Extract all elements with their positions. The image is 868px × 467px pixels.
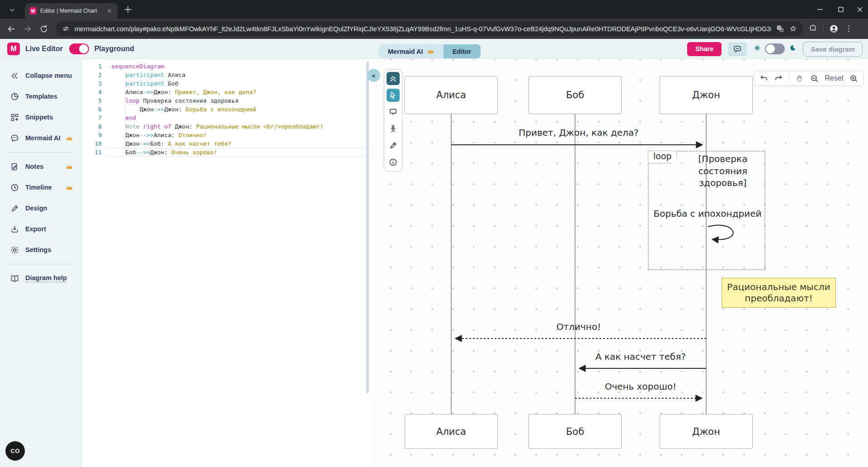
browser-menu-icon[interactable] [844, 24, 854, 33]
diagram-panel[interactable]: loop [Проверка состояния здоровья] Рацио… [372, 59, 868, 467]
code-token: end [125, 114, 136, 121]
sidebar-item-collapse-menu[interactable]: Collapse menu [0, 65, 81, 86]
sidebar-item-export[interactable]: Export [0, 219, 81, 239]
profile-avatar[interactable] [829, 24, 839, 33]
canvas-toolbar [384, 69, 402, 172]
window-minimize-button[interactable] [815, 4, 826, 15]
message-label: А как насчет тебя? [595, 351, 686, 362]
window-close-button[interactable] [854, 4, 865, 15]
co-badge[interactable]: CO [5, 441, 25, 461]
code-token [111, 140, 125, 147]
mermaid-logo-icon: M [7, 43, 20, 55]
code-editor[interactable]: 1sequenceDiagram2 participant Алиса3 par… [82, 59, 372, 467]
extensions-icon[interactable] [808, 24, 818, 33]
code-line-10[interactable]: 10 Джон->>Боб: А как насчет тебя? [82, 139, 372, 148]
select-tool-button[interactable] [387, 89, 400, 102]
editor-scrollbar[interactable] [366, 62, 369, 393]
bookmark-star-icon[interactable] [789, 24, 797, 33]
code-token: Джон [125, 132, 139, 138]
indent-guide [125, 71, 126, 79]
code-token: Борьба с ипохондрией [185, 106, 256, 113]
whiteboard-icon [388, 107, 398, 117]
url-bar[interactable]: mermaidchart.com/play#pako:eNptkMFOwkAYh… [56, 21, 803, 36]
sidebar-divider [7, 152, 74, 152]
code-line-4[interactable]: 4 Алиса->>Джон: Привет, Джон, как дела? [82, 88, 372, 96]
zoom-in-button[interactable] [849, 74, 859, 83]
tab-close-icon[interactable] [106, 7, 113, 14]
indent-guide [125, 96, 126, 105]
zoom-out-button[interactable] [810, 74, 819, 83]
code-token [111, 114, 125, 121]
indent-guide [140, 105, 140, 114]
browser-tab[interactable]: M Editor | Mermaid Chart [25, 3, 118, 19]
code-token: Алиса: [154, 132, 175, 138]
info-button[interactable] [387, 156, 400, 169]
site-settings-icon[interactable] [61, 24, 70, 33]
feedback-chat-button[interactable] [728, 42, 747, 56]
code-token: Отлично! [179, 132, 207, 138]
templates-icon [10, 92, 19, 101]
code-line-11[interactable]: 11 Боб-->>Джон: Очень хорошо! [82, 148, 372, 157]
sidebar-item-notes[interactable]: Notes [0, 156, 81, 177]
code-line-3[interactable]: 3 participant Боб [82, 79, 372, 88]
code-line-9[interactable]: 9 Джон-->>Алиса: Отлично! [82, 131, 372, 139]
code-token: Привет, Джон, как дела? [175, 89, 256, 95]
reload-button[interactable] [39, 24, 49, 34]
collapse-editor-button[interactable]: « [367, 69, 380, 82]
dark-mode-toggle[interactable] [765, 43, 785, 54]
actor-top-0[interactable]: Алиса [405, 76, 498, 114]
sidebar-item-label: Diagram help [25, 274, 67, 282]
redo-button[interactable] [774, 74, 783, 83]
indent-guide [125, 105, 126, 114]
tab-editor[interactable]: Editor [443, 44, 481, 58]
actor-bottom-1[interactable]: Боб [528, 414, 622, 449]
code-token: Боб: [150, 140, 164, 147]
sidebar-item-label: Export [25, 225, 46, 233]
code-line-5[interactable]: 5 loop Проверка состояния здоровья [82, 96, 372, 105]
code-token: Джон: [154, 89, 171, 95]
back-button[interactable] [6, 24, 16, 34]
tab-label: Mermaid AI [388, 48, 423, 55]
actor-top-2[interactable]: Джон [660, 76, 753, 114]
actor-top-1[interactable]: Боб [528, 76, 622, 114]
undo-button[interactable] [759, 74, 769, 83]
tab-mermaid-ai[interactable]: Mermaid AI [379, 44, 443, 58]
forward-button[interactable] [23, 24, 33, 34]
sidebar-item-settings[interactable]: Settings [0, 239, 81, 260]
pan-tool-button[interactable] [795, 74, 804, 83]
code-line-8[interactable]: 8 Note right of Джон: Рациональные мысли… [82, 122, 372, 131]
share-button[interactable]: Share [687, 42, 722, 56]
browser-tabbar: M Editor | Mermaid Chart [0, 0, 868, 19]
actor-bottom-0[interactable]: Алиса [405, 414, 498, 449]
sidebar-item-diagram-help[interactable]: Diagram help [0, 268, 81, 289]
code-token: Note [125, 123, 139, 130]
code-line-6[interactable]: 6 Джон->>Джон: Борьба с ипохондрией [82, 105, 372, 114]
code-line-7[interactable]: 7 end [82, 114, 372, 122]
window-maximize-button[interactable] [835, 4, 846, 15]
reset-zoom-button[interactable]: Reset [825, 74, 844, 82]
code-line-1[interactable]: 1sequenceDiagram [82, 62, 372, 71]
sidebar-item-label: Templates [25, 93, 57, 100]
sidebar-item-templates[interactable]: Templates [0, 86, 81, 107]
style-tool-button[interactable] [387, 139, 400, 152]
url-text[interactable]: mermaidchart.com/play#pako:eNptkMFOwkAYh… [75, 25, 771, 33]
actor-tool-button[interactable] [387, 122, 400, 135]
message-label: Борьба с ипохондрией [653, 208, 761, 219]
moon-icon [788, 44, 797, 54]
actor-bottom-2[interactable]: Джон [660, 414, 753, 449]
playground-toggle[interactable] [69, 43, 89, 54]
sidebar-item-snippets[interactable]: Snippets [0, 107, 81, 128]
new-tab-button[interactable] [123, 5, 133, 14]
code-token: participant [125, 80, 164, 87]
translate-icon[interactable]: G [776, 24, 784, 33]
sidebar-item-design[interactable]: Design [0, 198, 81, 219]
save-diagram-button[interactable]: Save diagram [803, 42, 863, 57]
sidebar-item-mermaid-ai[interactable]: Mermaid AI [0, 128, 81, 148]
collapse-toolbar-button[interactable] [387, 72, 400, 85]
chevrons-up-icon [388, 74, 398, 83]
tab-search-icon[interactable] [6, 5, 18, 14]
sidebar-item-label: Snippets [25, 114, 53, 121]
whiteboard-tool-button[interactable] [387, 105, 400, 119]
sidebar-item-timeline[interactable]: Timeline [0, 177, 81, 198]
code-line-2[interactable]: 2 participant Алиса [82, 71, 372, 79]
